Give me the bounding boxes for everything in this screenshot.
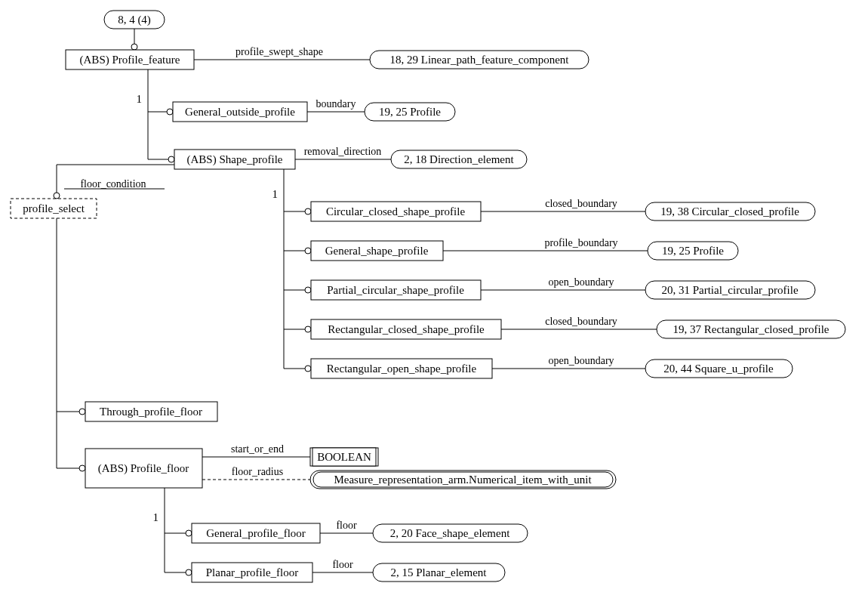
svg-point-22 xyxy=(305,287,311,293)
profile-ref-1-label: 19, 25 Profile xyxy=(379,106,441,118)
ref-root-label: 8, 4 (4) xyxy=(118,14,151,26)
profile-ref-2-label: 19, 25 Profile xyxy=(662,245,724,257)
rect-closed-sp-label: Rectangular_closed_shape_profile xyxy=(328,323,485,335)
planar-elem-label: 2, 15 Planar_element xyxy=(390,566,487,579)
profile-feature-label: (ABS) Profile_feature xyxy=(80,54,180,66)
open-boundary-2: open_boundary xyxy=(548,355,614,366)
floor-1-label: floor xyxy=(336,520,357,531)
shape-profile-label: (ABS) Shape_profile xyxy=(186,153,282,166)
planar-pf-label: Planar_profile_floor xyxy=(206,566,298,579)
svg-point-34 xyxy=(79,465,85,471)
svg-point-32 xyxy=(79,409,85,415)
svg-point-16 xyxy=(305,208,311,214)
removal-direction-label: removal_direction xyxy=(304,146,382,157)
boolean-label: BOOLEAN xyxy=(317,451,371,463)
svg-point-28 xyxy=(305,366,311,372)
svg-point-25 xyxy=(305,326,311,332)
partial-circ-prof-label: 20, 31 Partial_circular_profile xyxy=(661,284,799,296)
closed-boundary-1: closed_boundary xyxy=(545,198,617,209)
svg-point-19 xyxy=(305,248,311,254)
rect-closed-prof-label: 19, 37 Rectangular_closed_profile xyxy=(673,323,829,335)
boundary-label: boundary xyxy=(316,98,356,110)
general-outside-profile-label: General_outside_profile xyxy=(185,106,295,118)
one-b: 1 xyxy=(272,188,279,200)
abs-pf-label: (ABS) Profile_floor xyxy=(98,462,189,475)
general-sp-label: General_shape_profile xyxy=(325,245,429,257)
linear-path-label: 18, 29 Linear_path_feature_component xyxy=(390,54,570,66)
profile-select-label: profile_select xyxy=(23,202,85,214)
svg-point-40 xyxy=(186,530,192,536)
profile-swept-shape-label: profile_swept_shape xyxy=(235,46,323,57)
one-a: 1 xyxy=(137,93,143,105)
direction-elem-label: 2, 18 Direction_element xyxy=(404,153,514,165)
general-pf-label: General_profile_floor xyxy=(206,527,306,539)
through-pf-label: Through_profile_floor xyxy=(100,406,202,418)
measure-rep-label: Measure_representation_arm.Numerical_ite… xyxy=(334,474,592,486)
one-c: 1 xyxy=(153,511,159,523)
floor-radius-label: floor_radius xyxy=(232,466,283,477)
svg-point-8 xyxy=(168,156,174,162)
svg-point-1 xyxy=(131,44,137,50)
floor-2-label: floor xyxy=(332,559,353,570)
svg-point-13 xyxy=(54,193,60,199)
open-boundary-1: open_boundary xyxy=(548,276,614,288)
svg-point-43 xyxy=(186,569,192,575)
face-shape-label: 2, 20 Face_shape_element xyxy=(390,527,511,539)
svg-point-5 xyxy=(167,109,173,115)
square-u-prof-label: 20, 44 Square_u_profile xyxy=(663,363,774,375)
partial-circ-sp-label: Partial_circular_shape_profile xyxy=(327,284,464,296)
rect-open-sp-label: Rectangular_open_shape_profile xyxy=(327,363,477,375)
circ-closed-sp-label: Circular_closed_shape_profile xyxy=(326,205,465,218)
start-or-end-label: start_or_end xyxy=(231,443,284,455)
profile-boundary-label: profile_boundary xyxy=(544,237,617,248)
floor-condition-label: floor_condition xyxy=(80,178,146,190)
circ-closed-prof-label: 19, 38 Circular_closed_profile xyxy=(660,205,799,218)
closed-boundary-2: closed_boundary xyxy=(545,316,617,327)
